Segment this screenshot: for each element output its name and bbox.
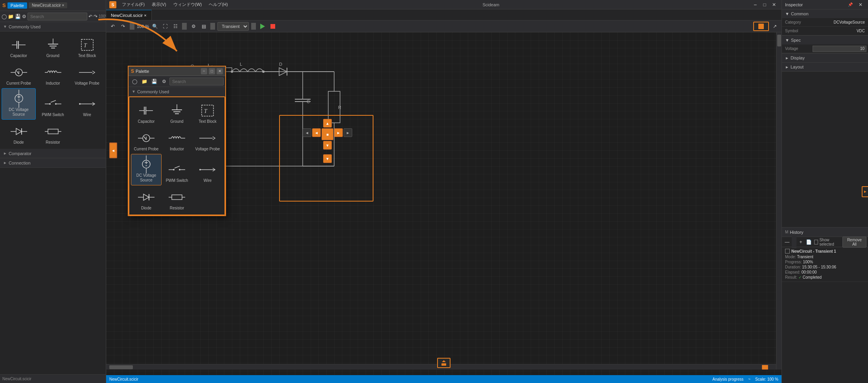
zoom-fit-btn-main[interactable]: ⛶ bbox=[161, 22, 169, 31]
popup-minimize[interactable]: − bbox=[201, 68, 207, 74]
circuit-tab[interactable]: NewCircuit.scicir × bbox=[106, 10, 152, 20]
show-selected-checkbox[interactable] bbox=[814, 240, 818, 244]
palette-item-voltage-probe[interactable]: Voltage Probe bbox=[70, 61, 104, 88]
vertical-scrollbar[interactable] bbox=[776, 32, 782, 370]
popup-item-inductor[interactable]: Inductor bbox=[162, 126, 192, 154]
grid-toggle[interactable]: ☷ bbox=[171, 22, 180, 31]
popup-section-header[interactable]: ▼ Commonly Used bbox=[129, 87, 225, 96]
menu-view[interactable]: 表示(V) bbox=[149, 1, 169, 8]
history-panel: M History — + 📄 Show selected Remove All… bbox=[782, 227, 868, 383]
inspector-common-header[interactable]: ▼ Common bbox=[782, 9, 868, 18]
popup-tb2[interactable]: 📁 bbox=[140, 77, 149, 86]
maximize-btn[interactable]: □ bbox=[760, 0, 769, 9]
voltage-input[interactable] bbox=[813, 46, 866, 52]
palette-scroll-area[interactable]: Capacitor Ground bbox=[0, 31, 106, 374]
popup-tb3[interactable]: 💾 bbox=[150, 77, 158, 86]
comparator-header[interactable]: ► Comparator bbox=[0, 149, 106, 158]
inspector-display-header[interactable]: ► Display bbox=[782, 54, 868, 62]
v-scroll-thumb[interactable] bbox=[777, 35, 781, 46]
remove-all-btn[interactable]: Remove All bbox=[842, 237, 866, 248]
nav-right2-btn[interactable]: ► bbox=[344, 128, 352, 137]
scope-btn[interactable]: ▤ bbox=[199, 22, 208, 31]
left-toggle-btn[interactable]: ◄ bbox=[109, 142, 117, 158]
undo-btn[interactable]: ↶ bbox=[88, 12, 92, 21]
nav-center-btn[interactable]: ■ bbox=[322, 128, 333, 140]
open-btn[interactable]: 📁 bbox=[8, 12, 14, 21]
tb-undo[interactable]: ↶ bbox=[108, 22, 117, 31]
palette-item-ground[interactable]: Ground bbox=[36, 33, 70, 61]
history-item-checkbox[interactable] bbox=[785, 249, 790, 253]
canvas-nav-top-right[interactable] bbox=[753, 22, 769, 31]
menu-window[interactable]: ウィンドウ(W) bbox=[170, 1, 205, 8]
nav-down2-btn[interactable]: ▼ bbox=[323, 154, 332, 163]
popup-item-voltage-probe[interactable]: Voltage Probe bbox=[192, 126, 223, 154]
history-duration-value: 15:30:05 - 15:30:06 bbox=[802, 265, 836, 269]
palette-item-capacitor[interactable]: Capacitor bbox=[2, 33, 36, 61]
palette-item-diode[interactable]: Diode bbox=[2, 120, 36, 147]
history-nav-handle[interactable]: ► bbox=[862, 186, 868, 197]
palette-item-inductor[interactable]: Inductor bbox=[36, 61, 70, 88]
palette-item-textblock[interactable]: T Text Block bbox=[70, 33, 104, 61]
popup-item-wire[interactable]: Wire bbox=[192, 154, 223, 185]
popup-item-ground[interactable]: Ground bbox=[162, 99, 192, 126]
popup-search[interactable] bbox=[169, 78, 224, 85]
ground-label: Ground bbox=[46, 54, 59, 58]
save-btn[interactable]: 💾 bbox=[15, 12, 21, 21]
redo-btn[interactable]: ↷ bbox=[94, 12, 97, 21]
popup-item-textblock[interactable]: T Text Block bbox=[192, 99, 223, 126]
connection-header[interactable]: ► Connection bbox=[0, 158, 106, 168]
circuit-tab-left[interactable]: NewCircuit.scicir × bbox=[29, 2, 68, 8]
minimize-btn[interactable]: − bbox=[751, 0, 760, 9]
settings-gear[interactable]: ⚙ bbox=[189, 22, 198, 31]
nav-left-btn[interactable]: ◄ bbox=[312, 128, 321, 137]
palette-item-wire[interactable]: Wire bbox=[70, 88, 104, 120]
inspector-close-btn[interactable]: ✕ bbox=[856, 0, 865, 9]
popup-item-pwm[interactable]: PWM Switch bbox=[162, 154, 192, 185]
sim-mode-select[interactable]: Transient bbox=[217, 22, 249, 31]
history-tb3[interactable]: 📄 bbox=[805, 238, 813, 246]
palette-item-dc-voltage[interactable]: DC Voltage Source bbox=[2, 88, 36, 120]
circuit-canvas[interactable]: L D C R bbox=[106, 32, 782, 375]
inspector-header: Inspector 📌 ✕ bbox=[782, 0, 868, 9]
popup-item-capacitor[interactable]: Capacitor bbox=[131, 99, 162, 126]
h-scroll-thumb[interactable] bbox=[109, 365, 133, 369]
palette-item-current-probe[interactable]: Current Probe bbox=[2, 61, 36, 88]
history-header: M History bbox=[782, 228, 868, 237]
inspector-pin-btn[interactable]: 📌 bbox=[846, 0, 855, 9]
search-input[interactable] bbox=[28, 13, 87, 20]
zoom-in-btn[interactable]: 🔍 bbox=[151, 22, 159, 31]
popup-tb4[interactable]: ⚙ bbox=[160, 77, 168, 86]
popup-item-diode[interactable]: Diode bbox=[131, 185, 162, 213]
popup-close[interactable]: ✕ bbox=[217, 68, 223, 74]
palette-tab[interactable]: Palette bbox=[7, 2, 27, 9]
settings-btn[interactable]: ⚙ bbox=[22, 12, 26, 21]
menu-help[interactable]: ヘルプ(H) bbox=[206, 1, 231, 8]
history-tb2[interactable]: + bbox=[797, 238, 805, 246]
popup-ind-label: Inductor bbox=[170, 147, 184, 152]
popup-tb1[interactable]: ◯ bbox=[130, 77, 139, 86]
tb-redo[interactable]: ↷ bbox=[119, 22, 127, 31]
menu-file[interactable]: ファイル(F) bbox=[119, 1, 148, 8]
commonly-used-header[interactable]: ▼ Commonly Used bbox=[0, 22, 106, 31]
history-tb1[interactable]: — bbox=[783, 238, 791, 246]
expand-btn[interactable]: ↗ bbox=[771, 22, 779, 31]
popup-maximize[interactable]: □ bbox=[209, 68, 215, 74]
palette-item-resistor[interactable]: Resistor bbox=[36, 120, 70, 147]
bottom-nav-indicator[interactable] bbox=[437, 358, 451, 368]
palette-item-pwm-switch[interactable]: PWM Switch bbox=[36, 88, 70, 120]
nav-up-btn[interactable]: ▲ bbox=[323, 119, 332, 128]
popup-toolbar: ◯ 📁 💾 ⚙ bbox=[129, 76, 225, 87]
nav-left2-btn[interactable]: ◄ bbox=[303, 128, 311, 137]
inspector-layout-header[interactable]: ► Layout bbox=[782, 63, 868, 71]
stop-button[interactable] bbox=[268, 22, 277, 31]
nav-right-btn[interactable]: ► bbox=[334, 128, 343, 137]
popup-item-resistor[interactable]: Resistor bbox=[162, 185, 192, 213]
inspector-spec-header[interactable]: ▼ Spec bbox=[782, 36, 868, 44]
popup-pwm-label: PWM Switch bbox=[166, 178, 188, 183]
popup-item-dc-voltage[interactable]: DC Voltage Source bbox=[131, 154, 162, 185]
close-btn[interactable]: ✕ bbox=[770, 0, 778, 9]
new-btn[interactable]: ◯ bbox=[2, 12, 7, 21]
run-button[interactable] bbox=[258, 22, 267, 31]
popup-item-current-probe[interactable]: Current Probe bbox=[131, 126, 162, 154]
nav-down-btn[interactable]: ▼ bbox=[323, 141, 332, 150]
